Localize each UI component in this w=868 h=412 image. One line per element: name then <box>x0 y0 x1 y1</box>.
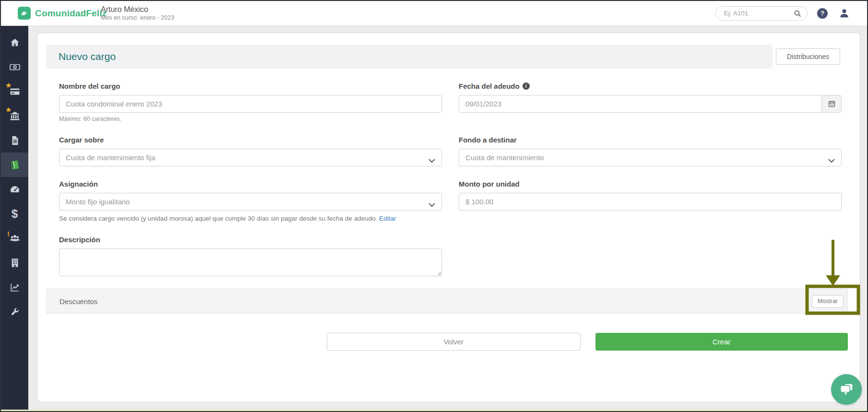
community-name: Arturo México <box>101 5 174 14</box>
sidebar-item-settings[interactable] <box>1 299 28 324</box>
due-date-group <box>459 95 842 113</box>
app-window: ComunidadFeliz Arturo México Mes en curs… <box>0 0 868 412</box>
charge-over-value: Cuota de mantenimiento fija <box>66 153 155 162</box>
star-badge-icon: ★ <box>5 106 12 113</box>
due-date-input[interactable] <box>459 95 821 113</box>
assignment-select[interactable]: Monto fijo igualitario <box>59 193 442 211</box>
bottom-accent-strip <box>1 410 867 411</box>
page-title: Nuevo cargo <box>59 51 116 62</box>
money-bill-icon <box>9 61 21 73</box>
charge-over-label: Cargar sobre <box>59 136 442 144</box>
page-header-bar: Nuevo cargo <box>46 45 773 69</box>
new-charge-card: Nuevo cargo Distribuciones Nombre del ca… <box>37 33 860 402</box>
sidebar-item-residents[interactable]: ! <box>1 226 28 250</box>
overdue-note: Se considera cargo vencido (y unidad mor… <box>59 215 442 222</box>
show-discounts-button[interactable]: Mostrar <box>812 295 844 308</box>
chevron-down-icon <box>828 156 835 164</box>
discounts-section-header: Descuentos Mostrar <box>46 289 848 314</box>
chevron-down-icon <box>428 200 435 208</box>
overdue-note-text: Se considera cargo vencido (y unidad mor… <box>59 215 377 222</box>
document-icon <box>10 135 20 146</box>
field-fund: Fondo a destinar Cuota de mantenimiento <box>459 122 842 166</box>
due-date-label: Fecha del adeudo i <box>459 82 842 90</box>
field-description: Descripción <box>59 222 442 278</box>
form-actions: Volver Crear <box>327 333 848 351</box>
fund-value: Cuota de mantenimiento <box>465 153 544 162</box>
unit-search[interactable] <box>715 6 808 21</box>
sidebar-item-dashboard[interactable] <box>1 177 28 201</box>
help-icon[interactable]: ? <box>817 8 828 19</box>
chevron-down-icon <box>428 156 435 164</box>
user-account-icon[interactable] <box>839 8 850 19</box>
alert-badge-icon: ! <box>7 230 10 237</box>
sidebar-item-bank[interactable]: ★ <box>1 104 28 128</box>
create-button[interactable]: Crear <box>595 333 848 351</box>
home-icon <box>10 37 20 48</box>
sidebar-item-reports[interactable] <box>1 275 28 299</box>
description-label: Descripción <box>59 235 442 244</box>
brand-name: ComunidadFeliz <box>35 8 107 19</box>
sidebar-item-accounting-active[interactable] <box>1 153 28 177</box>
chat-widget-button[interactable] <box>831 374 862 405</box>
amount-label: Monto por unidad <box>459 180 842 188</box>
brand-logo[interactable]: ComunidadFeliz <box>18 7 101 20</box>
charge-name-label: Nombre del cargo <box>59 82 442 90</box>
wrench-icon <box>10 306 20 317</box>
discounts-label: Descuentos <box>59 297 97 306</box>
sidebar-item-properties[interactable] <box>1 250 28 275</box>
new-charge-form: Nombre del cargo Máximo: 60 caracteres. … <box>46 69 848 278</box>
gauge-icon <box>9 184 21 195</box>
charge-name-help: Máximo: 60 caracteres. <box>59 116 442 122</box>
fund-select[interactable]: Cuota de mantenimiento <box>459 149 842 166</box>
assignment-label: Asignación <box>59 180 442 188</box>
back-button[interactable]: Volver <box>327 333 581 351</box>
building-icon <box>10 258 20 268</box>
fund-label: Fondo a destinar <box>459 136 842 144</box>
calendar-button[interactable] <box>821 95 842 113</box>
search-icon[interactable] <box>793 9 802 20</box>
field-charge-over: Cargar sobre Cuota de mantenimiento fija <box>59 122 442 166</box>
card-header: Nuevo cargo Distribuciones <box>46 45 848 69</box>
empty-cell <box>459 222 842 278</box>
info-icon[interactable]: i <box>523 82 530 90</box>
sidebar-item-finances[interactable]: $ <box>1 201 28 226</box>
field-charge-name: Nombre del cargo Máximo: 60 caracteres. <box>59 69 442 122</box>
brand-icon <box>18 7 31 20</box>
sidebar-item-credit-card[interactable]: ★ <box>1 79 28 104</box>
chart-line-icon <box>10 282 20 293</box>
users-icon <box>9 233 21 244</box>
charge-over-select[interactable]: Cuota de mantenimiento fija <box>59 149 442 166</box>
book-icon <box>9 159 21 171</box>
sidebar-item-payments[interactable] <box>1 55 28 79</box>
star-badge-icon: ★ <box>5 82 12 89</box>
field-due-date: Fecha del adeudo i <box>459 69 842 122</box>
charge-name-input[interactable] <box>59 95 442 113</box>
description-textarea[interactable] <box>59 248 442 276</box>
edit-link[interactable]: Editar <box>379 215 396 222</box>
help-glyph: ? <box>820 10 824 17</box>
search-input[interactable] <box>723 9 791 17</box>
topbar: ComunidadFeliz Arturo México Mes en curs… <box>1 1 867 26</box>
sidebar-nav: ★ ★ $ ! <box>1 26 28 411</box>
calendar-icon <box>828 100 836 108</box>
sidebar-item-home[interactable] <box>1 30 28 55</box>
dollar-icon: $ <box>12 208 18 220</box>
assignment-value: Monto fijo igualitario <box>66 198 130 206</box>
sidebar-item-documents[interactable] <box>1 128 28 153</box>
chat-icon <box>838 381 855 398</box>
field-assignment: Asignación Monto fijo igualitario Se con… <box>59 166 442 222</box>
current-month: Mes en curso: enero - 2023 <box>101 14 174 22</box>
field-amount: Monto por unidad <box>459 166 842 222</box>
main-area: Nuevo cargo Distribuciones Nombre del ca… <box>28 26 867 411</box>
distributions-button[interactable]: Distribuciones <box>776 48 840 65</box>
community-info: Arturo México Mes en curso: enero - 2023 <box>101 5 174 22</box>
amount-input[interactable] <box>459 193 842 211</box>
due-date-label-text: Fecha del adeudo <box>459 82 520 90</box>
